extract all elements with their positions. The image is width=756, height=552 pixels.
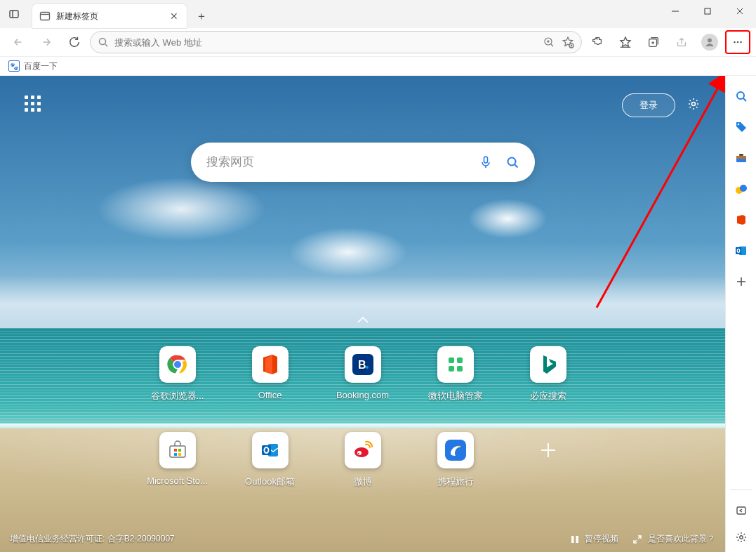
collections-button[interactable] bbox=[641, 30, 666, 54]
window-minimize-button[interactable] bbox=[659, 0, 691, 22]
tile-bing[interactable]: 必应搜索 bbox=[511, 346, 585, 402]
tile-weibo[interactable]: 微博 bbox=[326, 432, 400, 488]
apps-launcher-button[interactable] bbox=[25, 96, 44, 115]
microphone-icon[interactable] bbox=[479, 155, 493, 169]
window-close-button[interactable] bbox=[724, 0, 756, 22]
sign-in-button[interactable]: 登录 bbox=[622, 93, 675, 117]
collapse-tiles-button[interactable] bbox=[356, 315, 370, 327]
quick-links-grid: 谷歌浏览器... Office B Booking.com 微软电脑管家 必应搜… bbox=[140, 346, 585, 488]
svg-point-70 bbox=[740, 185, 747, 192]
tab-close-button[interactable]: ✕ bbox=[168, 11, 180, 22]
svg-point-32 bbox=[508, 158, 515, 166]
tile-office[interactable]: Office bbox=[233, 346, 307, 402]
svg-rect-76 bbox=[737, 507, 745, 514]
svg-point-77 bbox=[739, 536, 742, 539]
office-icon bbox=[736, 214, 747, 225]
extensions-button[interactable] bbox=[585, 30, 610, 54]
outlook-icon bbox=[735, 244, 748, 257]
svg-line-13 bbox=[551, 44, 553, 46]
tile-booking[interactable]: B Booking.com bbox=[326, 346, 400, 402]
sidebar-office[interactable] bbox=[734, 212, 749, 228]
like-background-button[interactable]: 是否喜欢此背景？ bbox=[632, 533, 715, 545]
add-favorite-icon[interactable] bbox=[562, 36, 574, 48]
new-tab-button[interactable]: ＋ bbox=[191, 6, 212, 27]
svg-rect-67 bbox=[736, 156, 746, 159]
sidebar-collapse[interactable] bbox=[734, 503, 749, 518]
sidebar-games[interactable] bbox=[734, 181, 749, 197]
tile-chrome[interactable]: 谷歌浏览器... bbox=[140, 346, 215, 402]
svg-point-52 bbox=[354, 447, 369, 457]
forward-button[interactable] bbox=[34, 30, 59, 54]
svg-rect-48 bbox=[178, 453, 181, 456]
zoom-icon[interactable] bbox=[543, 37, 555, 48]
tab-newtab[interactable]: 新建标签页 ✕ bbox=[32, 4, 187, 28]
sidebar-settings[interactable] bbox=[734, 530, 749, 545]
svg-point-54 bbox=[358, 453, 359, 454]
ntp-settings-button[interactable] bbox=[687, 97, 701, 114]
msstore-icon bbox=[167, 440, 188, 461]
address-input[interactable] bbox=[114, 37, 538, 48]
tile-add[interactable] bbox=[511, 432, 585, 488]
profile-button[interactable] bbox=[697, 30, 722, 54]
tab-title: 新建标签页 bbox=[56, 11, 98, 22]
tile-msstore[interactable]: Microsoft Sto... bbox=[140, 432, 215, 488]
briefcase-icon bbox=[735, 152, 748, 164]
sidebar-separator bbox=[730, 489, 752, 490]
svg-rect-40 bbox=[449, 357, 454, 363]
tile-pcmanager[interactable]: 微软电脑管家 bbox=[418, 346, 493, 402]
svg-point-36 bbox=[174, 361, 181, 368]
svg-rect-41 bbox=[457, 357, 463, 363]
window-maximize-button[interactable] bbox=[691, 0, 724, 22]
sidebar-outlook[interactable] bbox=[734, 243, 749, 258]
svg-point-27 bbox=[740, 41, 742, 44]
tile-label: Booking.com bbox=[336, 390, 389, 400]
svg-point-39 bbox=[366, 366, 369, 369]
svg-rect-42 bbox=[449, 366, 454, 372]
settings-and-more-button[interactable] bbox=[725, 30, 750, 54]
ntp-search-box[interactable] bbox=[191, 143, 535, 182]
svg-rect-5 bbox=[705, 8, 710, 14]
gear-icon bbox=[735, 531, 748, 544]
sidebar-add[interactable] bbox=[734, 274, 749, 289]
svg-point-24 bbox=[708, 39, 712, 43]
ntp-search-input[interactable] bbox=[206, 155, 479, 169]
new-tab-page: 登录 谷歌浏览器... Office B Booking.com bbox=[0, 76, 725, 552]
share-button[interactable] bbox=[669, 30, 694, 54]
svg-point-53 bbox=[357, 451, 362, 455]
svg-point-29 bbox=[692, 103, 696, 106]
address-bar[interactable] bbox=[90, 31, 582, 53]
back-button[interactable] bbox=[6, 30, 31, 54]
edge-sidebar bbox=[725, 76, 756, 552]
tile-ctrip[interactable]: 携程旅行 bbox=[418, 432, 493, 488]
plus-icon bbox=[538, 440, 558, 460]
tab-actions-button[interactable] bbox=[0, 0, 28, 28]
pause-video-button[interactable]: 暂停视频 bbox=[571, 533, 618, 545]
toolbar bbox=[0, 28, 756, 56]
window-controls bbox=[659, 0, 756, 22]
outlook-icon bbox=[260, 440, 281, 461]
tile-label: 微博 bbox=[354, 475, 372, 488]
newtab-favicon-icon bbox=[39, 11, 51, 22]
favorites-bar: 🐾 百度一下 bbox=[0, 56, 756, 76]
sidebar-tools[interactable] bbox=[734, 150, 749, 166]
ntp-footer: 增值电信业务经营许可证: 合字B2-20090007 暂停视频 是否喜欢此背景？ bbox=[0, 533, 725, 545]
svg-rect-47 bbox=[174, 453, 177, 456]
pcmanager-icon bbox=[445, 354, 466, 375]
pause-icon bbox=[571, 535, 579, 544]
svg-text:B: B bbox=[358, 359, 366, 371]
tile-label: 谷歌浏览器... bbox=[151, 390, 204, 402]
sidebar-search[interactable] bbox=[734, 88, 749, 104]
ctrip-icon bbox=[445, 440, 466, 461]
sidebar-shopping[interactable] bbox=[734, 119, 749, 135]
tile-label: Office bbox=[258, 390, 282, 400]
refresh-button[interactable] bbox=[62, 30, 87, 54]
search-submit-icon[interactable] bbox=[505, 155, 519, 169]
tile-label: 必应搜索 bbox=[530, 390, 566, 402]
tile-outlook[interactable]: Outlook邮箱 bbox=[233, 432, 307, 488]
favorites-button[interactable] bbox=[613, 30, 638, 54]
titlebar: 新建标签页 ✕ ＋ bbox=[0, 0, 756, 28]
license-text: 增值电信业务经营许可证: 合字B2-20090007 bbox=[10, 533, 175, 545]
like-background-label: 是否喜欢此背景？ bbox=[648, 533, 715, 545]
favorites-item-baidu[interactable]: 百度一下 bbox=[24, 60, 58, 72]
tag-icon bbox=[735, 121, 748, 133]
